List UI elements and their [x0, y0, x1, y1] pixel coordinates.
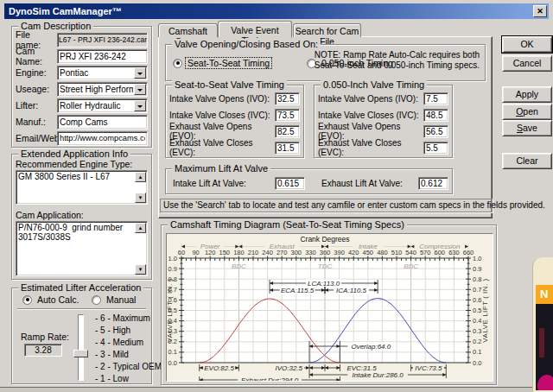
- svg-text:Crank Degrees: Crank Degrees: [300, 235, 349, 243]
- field-row: Intake Valve Opens (IVO):: [169, 91, 299, 106]
- tab-camshaft-specs[interactable]: Camshaft Specs: [158, 23, 218, 37]
- svg-text:Exhaust Dur:294.0: Exhaust Dur:294.0: [241, 376, 299, 382]
- inch-evc-input[interactable]: [423, 142, 448, 155]
- scale-2: - 2 - Typical OEM: [95, 362, 162, 371]
- inch-timing-title: 0.050-Inch Valve Timing: [321, 79, 427, 90]
- scroll-up-icon[interactable]: ▲: [135, 172, 146, 182]
- exhaust-lift-input[interactable]: [418, 177, 448, 190]
- svg-text:0.2: 0.2: [473, 338, 481, 345]
- svg-text:VALVE LIFT ( IN. ): VALVE LIFT ( IN. ): [167, 278, 174, 342]
- field-row: Exhaust Lift At Valve:: [321, 175, 451, 191]
- svg-text:60: 60: [178, 249, 185, 256]
- save-button[interactable]: Save: [502, 120, 552, 136]
- ramp-rate-value: 3.28: [24, 344, 62, 357]
- email-web-input[interactable]: [57, 131, 148, 146]
- scroll-up-icon[interactable]: ▲: [135, 223, 146, 233]
- useage-dropdown[interactable]: Street High Performance: [57, 82, 148, 97]
- scroll-down-icon[interactable]: ▼: [135, 264, 146, 275]
- open-button[interactable]: Open: [502, 104, 552, 120]
- svg-text:1.0: 1.0: [473, 255, 481, 262]
- note-line-2: Seat-To-Seat and 0.050-inch Timing specs…: [315, 60, 480, 71]
- field-row: Intake Valve Opens (IVO):: [318, 91, 448, 106]
- tab-valve-event-timing[interactable]: Valve Event Timing: [218, 21, 292, 38]
- seat-ivc-input[interactable]: [275, 109, 300, 122]
- inch-ivc-input[interactable]: [423, 109, 448, 122]
- field-row: Exhaust Valve Opens (EVO):: [318, 123, 448, 139]
- seat-ivo-input[interactable]: [275, 92, 300, 105]
- window-title: DynoSim CamManager™: [9, 6, 122, 16]
- engine-type-textarea[interactable]: GM 3800 Series II - L67: [16, 170, 148, 205]
- scroll-down-icon[interactable]: ▼: [135, 193, 146, 203]
- lifter-accel-title: Estimated Lifter Acceleration: [18, 282, 143, 293]
- radio-icon[interactable]: [22, 295, 32, 305]
- cam-name-input[interactable]: [57, 49, 148, 64]
- scale-4: - 4 - Medium: [95, 338, 143, 347]
- cam-application-textarea[interactable]: P/N76-000-9 grind number 3017S/3038S: [16, 221, 148, 276]
- chevron-down-icon[interactable]: [134, 84, 146, 95]
- chevron-down-icon[interactable]: [134, 100, 146, 111]
- inch-timing-group: 0.050-Inch Valve Timing Intake Valve Ope…: [314, 85, 453, 158]
- svg-text:Power: Power: [200, 243, 220, 250]
- intake-lift-input[interactable]: [275, 177, 305, 190]
- auto-calc-label: Auto Calc.: [35, 294, 80, 305]
- title-bar[interactable]: DynoSim CamManager™ ✕: [4, 3, 549, 19]
- field-row: Intake Valve Closes (IVC):: [318, 107, 448, 123]
- svg-text:180: 180: [233, 249, 245, 256]
- clear-button[interactable]: Clear: [502, 153, 552, 169]
- scale-1: - 1 - Low: [95, 374, 129, 383]
- seat-evc-label: Exhaust Valve Closes (EVC):: [169, 138, 275, 157]
- background-window-sliver: N: [532, 257, 553, 392]
- lifter-value: Roller Hydraulic: [60, 101, 133, 111]
- radio-icon[interactable]: [92, 295, 101, 305]
- radio-icon[interactable]: [173, 59, 182, 68]
- lifter-dropdown[interactable]: Roller Hydraulic: [57, 98, 148, 113]
- seat-evc-input[interactable]: [275, 142, 300, 155]
- field-row: Intake Valve Closes (IVC):: [169, 107, 299, 123]
- cancel-button[interactable]: Cancel: [502, 55, 552, 72]
- svg-text:0.0: 0.0: [168, 359, 177, 367]
- field-row: Manuf.:: [16, 114, 148, 130]
- engine-dropdown[interactable]: Pontiac: [57, 66, 148, 80]
- background-image-detail: [539, 328, 544, 357]
- manual-radio[interactable]: Manual: [92, 294, 137, 305]
- svg-text:0.5: 0.5: [473, 307, 481, 314]
- chevron-down-icon[interactable]: [134, 67, 146, 79]
- extended-info-title: Extended Application Info: [18, 149, 130, 159]
- slider-thumb[interactable]: [73, 350, 88, 357]
- ramp-rate-note: NOTE: Ramp Rate Auto-Calc requires both …: [315, 50, 480, 71]
- cam-name-label: Cam Name:: [16, 46, 57, 66]
- inch-evo-input[interactable]: [423, 125, 448, 138]
- ok-button[interactable]: OK: [502, 36, 552, 53]
- field-row: Cam Name:: [16, 48, 148, 64]
- background-window-image: [536, 304, 553, 390]
- seat-ivc-label: Intake Valve Closes (IVC):: [169, 111, 275, 120]
- cam-application-label: Cam Application:: [16, 210, 84, 220]
- inch-ivo-input[interactable]: [423, 92, 448, 105]
- scale-6: - 6 - Maximum: [95, 313, 150, 323]
- seat-to-seat-radio[interactable]: Seat-To-Seat Timing: [173, 58, 271, 68]
- close-icon: ✕: [537, 7, 543, 16]
- manuf-input[interactable]: [57, 115, 148, 130]
- close-button[interactable]: ✕: [533, 5, 547, 17]
- svg-text:330: 330: [305, 249, 316, 256]
- svg-text:Overlap:64.0: Overlap:64.0: [351, 343, 391, 351]
- field-row: Exhaust Valve Closes (EVC):: [318, 140, 448, 155]
- field-row: Lifter: Roller Hydraulic: [16, 98, 148, 113]
- engine-value: Pontiac: [60, 68, 133, 78]
- manual-label: Manual: [105, 294, 137, 305]
- engine-label: Engine:: [16, 67, 57, 78]
- seat-evo-input[interactable]: [275, 125, 300, 138]
- svg-text:IVC:73.5: IVC:73.5: [415, 364, 442, 372]
- apply-button[interactable]: Apply: [502, 86, 552, 103]
- seat-timing-group: Seat-to-Seat Valve Timing Intake Valve O…: [165, 85, 304, 158]
- inch-ivc-label: Intake Valve Closes (IVC):: [318, 111, 423, 120]
- lifter-accel-slider[interactable]: [78, 314, 84, 381]
- svg-text:0.4: 0.4: [473, 317, 481, 325]
- svg-text:ECA:115.5: ECA:115.5: [281, 287, 315, 294]
- timing-diagram-group: Camshaft Timing Diagram (Seat-To-Seat Ti…: [161, 224, 497, 385]
- svg-text:0.6: 0.6: [473, 296, 481, 304]
- scale-3: - 3 - Mild: [95, 350, 129, 359]
- intake-lift-label: Intake Lift At Valve:: [173, 179, 275, 188]
- tab-search-for-cam-file[interactable]: Search for Cam File: [293, 23, 361, 37]
- auto-calc-radio[interactable]: Auto Calc.: [22, 294, 80, 305]
